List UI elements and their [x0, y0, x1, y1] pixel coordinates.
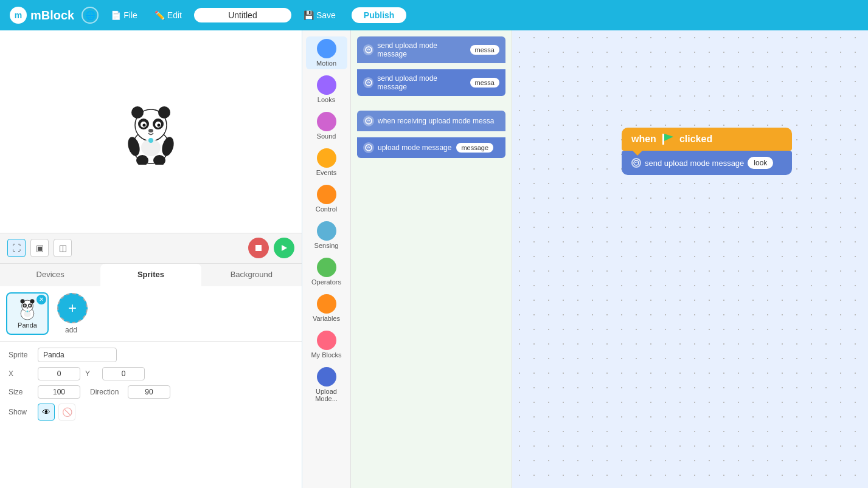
block-icon-2 [363, 77, 373, 88]
tab-sprites[interactable]: Sprites [100, 264, 201, 286]
tab-devices[interactable]: Devices [0, 264, 100, 286]
svg-point-27 [24, 305, 26, 306]
svg-point-21 [20, 299, 24, 303]
title-input[interactable] [194, 8, 291, 22]
svg-point-9 [158, 124, 161, 127]
x-input[interactable] [38, 367, 80, 380]
file-menu[interactable]: 📄 File [106, 8, 142, 22]
sprite-name: Panda [18, 321, 37, 329]
block-group-main: when clicked send upload mode message lo… [622, 128, 792, 175]
block-icon-3 [363, 115, 374, 126]
svg-rect-36 [662, 134, 664, 145]
cat-motion-label: Motion [316, 60, 336, 67]
cat-sensing[interactable]: Sensing [306, 219, 347, 252]
block-icon-1 [363, 44, 373, 55]
cat-control-label: Control [316, 205, 337, 213]
block-icon-4 [363, 142, 374, 153]
svg-point-31 [27, 310, 29, 312]
sprite-name-row: Sprite [9, 348, 293, 362]
cat-events[interactable]: Events [306, 146, 347, 179]
globe-icon[interactable]: 🌐 [82, 7, 99, 24]
svg-point-35 [366, 145, 372, 151]
svg-point-8 [143, 124, 146, 127]
trigger-clicked-text: clicked [679, 134, 712, 145]
cat-sound[interactable]: Sound [306, 109, 347, 142]
cat-looks[interactable]: Looks [306, 73, 347, 106]
block-send-upload-1[interactable]: send upload mode message messa [357, 36, 505, 63]
add-sprite-label: add [65, 326, 77, 334]
block-label-3: when receiving upload mode messa [378, 117, 494, 125]
sprite-size-row: Size Direction [9, 385, 293, 399]
stage-medium-button[interactable]: ▣ [30, 239, 49, 257]
size-input[interactable] [38, 385, 80, 399]
block-when-receiving[interactable]: when receiving upload mode messa [357, 111, 505, 131]
cat-motion[interactable]: Motion [306, 36, 347, 69]
edit-menu[interactable]: ✏️ Edit [150, 8, 187, 22]
svg-point-16 [148, 138, 153, 143]
save-icon: 💾 [304, 10, 314, 20]
block-categories: Motion Looks Sound Events Control Sensin… [302, 30, 351, 488]
direction-input[interactable] [128, 385, 170, 399]
my-blocks-dot [317, 331, 336, 350]
cat-my-blocks[interactable]: My Blocks [306, 328, 347, 361]
block-label-1: send upload mode message [377, 41, 465, 58]
variables-dot [317, 294, 336, 314]
tab-background[interactable]: Background [201, 264, 302, 286]
operators-dot [317, 258, 336, 277]
cat-upload-mode[interactable]: Upload Mode... [306, 365, 347, 405]
svg-point-3 [158, 106, 170, 119]
svg-rect-17 [255, 245, 262, 251]
svg-point-33 [366, 80, 372, 86]
show-label: Show [9, 408, 33, 416]
cat-control[interactable]: Control [306, 182, 347, 215]
show-hidden-button[interactable]: 🚫 [58, 404, 75, 421]
sprite-name-input[interactable] [38, 348, 117, 362]
upload-mode-dot [317, 367, 336, 387]
block-label-2: send upload mode message [377, 74, 465, 91]
publish-button[interactable]: Publish [350, 6, 408, 24]
stage-small-button[interactable]: ◫ [54, 239, 72, 257]
stop-button[interactable] [248, 238, 269, 258]
stage-expand-button[interactable]: ⛶ [7, 239, 26, 257]
go-button[interactable] [274, 238, 294, 258]
svg-point-32 [366, 47, 372, 53]
block-label-4: upload mode message [378, 143, 451, 152]
action-block[interactable]: send upload mode message look [622, 151, 792, 175]
cat-variables-label: Variables [313, 315, 340, 322]
logo: m mBlock [10, 7, 74, 24]
action-block-text: send upload mode message [645, 159, 744, 168]
sprite-name-label: Sprite [9, 351, 33, 359]
action-block-pill[interactable]: look [748, 157, 773, 169]
add-sprite-button[interactable]: + [57, 293, 88, 323]
svg-point-2 [131, 106, 144, 119]
sprite-item-panda[interactable]: ✕ [6, 292, 49, 335]
svg-point-22 [30, 299, 34, 303]
svg-point-28 [30, 305, 31, 306]
y-input[interactable] [102, 367, 145, 380]
looks-dot [317, 75, 336, 95]
stage [0, 30, 302, 233]
save-button[interactable]: 💾 Save [299, 8, 341, 22]
logo-icon: m [10, 7, 27, 24]
cat-upload-mode-label: Upload Mode... [308, 388, 345, 402]
cat-my-blocks-label: My Blocks [311, 351, 341, 359]
block-pill-2: messa [470, 78, 499, 88]
size-label: Size [9, 388, 33, 396]
cat-looks-label: Looks [318, 96, 335, 103]
block-send-upload-2[interactable]: send upload mode message messa [357, 69, 505, 96]
show-visible-button[interactable]: 👁 [38, 404, 55, 421]
block-upload-message[interactable]: upload mode message message [357, 137, 505, 158]
events-dot [317, 148, 336, 168]
trigger-block[interactable]: when clicked [622, 128, 792, 151]
cat-operators[interactable]: Operators [306, 255, 347, 288]
svg-point-29 [27, 307, 29, 308]
sprite-remove-button[interactable]: ✕ [36, 295, 46, 304]
show-toggle: 👁 🚫 [38, 404, 75, 421]
trigger-when-text: when [631, 134, 656, 145]
cat-variables[interactable]: Variables [306, 292, 347, 325]
sprite-properties: Sprite X Y Size Direction Show [0, 341, 302, 427]
svg-marker-18 [282, 245, 287, 251]
action-block-icon [631, 158, 641, 168]
sprite-list: ✕ [0, 286, 302, 341]
edit-icon: ✏️ [155, 10, 165, 20]
